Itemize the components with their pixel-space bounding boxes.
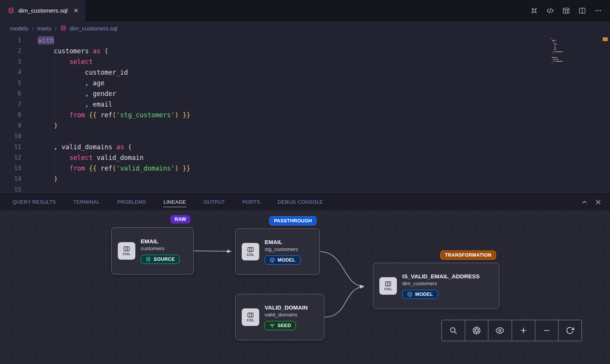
query-results-icon[interactable] xyxy=(560,4,573,17)
dbt-file-icon xyxy=(60,25,66,31)
breadcrumb-file[interactable]: dim_customers.sql xyxy=(70,25,117,32)
four-point-star-icon[interactable] xyxy=(528,4,541,17)
minimap[interactable] xyxy=(551,38,600,67)
panel-tab-output[interactable]: OUTPUT xyxy=(203,197,225,207)
model-name: dim_customers xyxy=(402,281,480,286)
node-body: EMAIL customers SOURCE xyxy=(141,238,180,264)
collapse-panel-icon[interactable] xyxy=(579,196,590,208)
badge-label: MODEL xyxy=(415,292,433,297)
search-icon[interactable] xyxy=(442,320,465,341)
line-number: 1 xyxy=(0,35,21,46)
model-badge[interactable]: MODEL xyxy=(402,290,438,299)
raw-tag: RAW xyxy=(170,215,190,224)
scrollbar-marker xyxy=(603,37,608,41)
passthrough-tag: PASSTHROUGH xyxy=(269,216,316,225)
panel-actions xyxy=(579,196,604,208)
code-line[interactable]: customer_id xyxy=(38,67,610,78)
code-line[interactable]: , age xyxy=(38,78,610,88)
code-line[interactable]: from {{ ref('valid_domains') }} xyxy=(38,163,610,174)
cube-icon xyxy=(270,257,275,263)
lineage-node-customers-email[interactable]: RAW COL EMAIL customers SOURCE xyxy=(111,227,194,275)
column-type-icon: COL xyxy=(379,277,397,295)
panel-tab-problems[interactable]: PROBLEMS xyxy=(117,197,146,207)
line-number: 14 xyxy=(0,174,21,184)
zoom-in-icon[interactable] xyxy=(512,320,535,341)
breadcrumb-marts[interactable]: marts xyxy=(37,25,51,32)
code-line[interactable]: , gender xyxy=(38,88,610,99)
code-lines[interactable]: with customers as ( select customer_id ,… xyxy=(32,35,610,193)
node-body: VALID_DOMAIN valid_domains SEED xyxy=(265,304,308,330)
code-line[interactable]: from {{ ref('stg_customers') }} xyxy=(38,110,610,120)
source-badge[interactable]: SOURCE xyxy=(141,255,180,264)
dbt-file-icon xyxy=(8,7,14,14)
line-number: 2 xyxy=(0,46,21,56)
line-number: 5 xyxy=(0,78,21,88)
breadcrumb-separator: › xyxy=(32,25,34,32)
line-number: 15 xyxy=(0,184,21,193)
code-line[interactable]: , valid_domains as ( xyxy=(38,142,610,152)
line-number: 12 xyxy=(0,152,21,163)
indent-guide xyxy=(54,56,54,120)
lineage-node-valid-domains[interactable]: COL VALID_DOMAIN valid_domains SEED xyxy=(235,294,324,340)
code-line[interactable]: ) xyxy=(38,120,610,131)
col-label: COL xyxy=(247,318,254,322)
zoom-out-icon[interactable] xyxy=(535,320,558,341)
code-icon[interactable] xyxy=(544,4,557,17)
editor-actions xyxy=(528,0,610,21)
code-line[interactable] xyxy=(38,131,610,142)
refresh-icon[interactable] xyxy=(558,320,581,341)
line-number: 10 xyxy=(0,131,21,142)
close-panel-icon[interactable] xyxy=(592,196,604,208)
code-line[interactable]: select xyxy=(38,56,610,67)
more-actions-icon[interactable] xyxy=(592,4,605,17)
lineage-node-stg-customers-email[interactable]: PASSTHROUGH COL EMAIL stg_customers MODE… xyxy=(235,228,320,275)
database-icon xyxy=(146,257,151,262)
badge-label: SEED xyxy=(278,323,291,328)
lineage-panel: RAW COL EMAIL customers SOURCE xyxy=(0,210,610,364)
code-line[interactable]: with xyxy=(38,35,610,46)
panel-tab-ports[interactable]: PORTS xyxy=(242,197,261,207)
code-line[interactable]: ) xyxy=(38,174,610,184)
col-label: COL xyxy=(123,252,130,256)
code-line[interactable]: select valid_domain xyxy=(38,152,610,163)
tab-close-icon[interactable]: ✕ xyxy=(74,7,79,14)
col-label: COL xyxy=(247,253,254,257)
tab-title: dim_customers.sql xyxy=(18,7,67,14)
breadcrumb: models › marts › dim_customers.sql xyxy=(0,21,610,35)
eye-icon[interactable] xyxy=(488,320,511,341)
column-name: EMAIL xyxy=(265,239,300,245)
line-numbers: 123456789101112131415 xyxy=(0,35,32,193)
panel-tab-bar: QUERY RESULTSTERMINALPROBLEMSLINEAGEOUTP… xyxy=(0,193,610,210)
node-body: IS_VALID_EMAIL_ADDRESS dim_customers MOD… xyxy=(402,273,480,299)
app-window: dim_customers.sql ✕ xyxy=(0,0,610,364)
lineage-node-dim-customers[interactable]: TRANSFORMATION COL IS_VALID_EMAIL_ADDRES… xyxy=(373,263,499,309)
node-body: EMAIL stg_customers MODEL xyxy=(265,239,300,265)
code-editor[interactable]: 123456789101112131415 with customers as … xyxy=(0,35,610,193)
badge-label: MODEL xyxy=(278,257,295,263)
code-line[interactable]: customers as ( xyxy=(38,46,610,56)
editor-tab-bar: dim_customers.sql ✕ xyxy=(0,0,610,21)
aperture-icon[interactable] xyxy=(465,320,488,341)
code-line[interactable]: , email xyxy=(38,99,610,110)
seed-badge[interactable]: SEED xyxy=(265,321,296,330)
code-line[interactable] xyxy=(38,184,610,193)
breadcrumb-models[interactable]: models xyxy=(10,25,28,32)
line-number: 8 xyxy=(0,110,21,120)
model-badge[interactable]: MODEL xyxy=(265,255,300,265)
panel-tab-query-results[interactable]: QUERY RESULTS xyxy=(12,197,56,207)
model-name: stg_customers xyxy=(265,246,300,252)
line-number: 7 xyxy=(0,99,21,110)
line-number: 13 xyxy=(0,163,21,174)
panel-tab-lineage[interactable]: LINEAGE xyxy=(163,197,186,207)
line-number: 9 xyxy=(0,120,21,131)
column-name: VALID_DOMAIN xyxy=(265,304,308,311)
tab-dim-customers-sql[interactable]: dim_customers.sql ✕ xyxy=(0,0,86,21)
col-label: COL xyxy=(384,287,392,291)
panel-tab-terminal[interactable]: TERMINAL xyxy=(73,197,100,207)
panel-tab-debug-console[interactable]: DEBUG CONSOLE xyxy=(278,197,324,207)
column-name: IS_VALID_EMAIL_ADDRESS xyxy=(402,273,480,279)
line-number: 6 xyxy=(0,88,21,99)
model-name: customers xyxy=(141,246,180,251)
split-editor-icon[interactable] xyxy=(576,4,589,17)
breadcrumb-separator: › xyxy=(55,25,57,32)
